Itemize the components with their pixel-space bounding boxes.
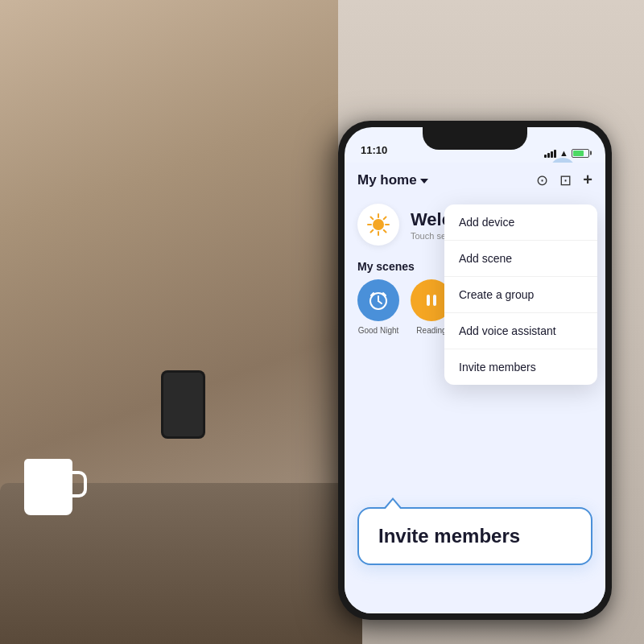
- signal-bar-2: [547, 153, 550, 158]
- dropdown-add-voice-assistant[interactable]: Add voice assistant: [444, 313, 597, 349]
- svg-line-8: [371, 230, 374, 233]
- app-content: My home ⊙ ⊡ +: [345, 163, 605, 613]
- svg-line-7: [384, 217, 386, 220]
- signal-bar-1: [544, 155, 547, 158]
- phone-mockup: 11:10 ▲ My home: [338, 121, 612, 620]
- svg-line-11: [378, 301, 382, 303]
- wifi-icon: ▲: [559, 148, 568, 158]
- camera-icon[interactable]: ⊙: [536, 171, 548, 189]
- good-night-label: Good Night: [358, 326, 399, 335]
- home-title: My home: [357, 172, 417, 188]
- signal-bar-3: [551, 151, 553, 158]
- callout-arrow: [383, 497, 402, 509]
- dropdown-create-group[interactable]: Create a group: [444, 277, 597, 313]
- add-icon[interactable]: +: [583, 171, 592, 189]
- battery-fill: [573, 151, 584, 156]
- reading-label: Reading: [416, 326, 446, 335]
- sun-icon-circle: [357, 204, 399, 246]
- svg-point-0: [373, 219, 384, 230]
- header-actions: ⊙ ⊡ +: [536, 171, 592, 189]
- svg-line-6: [384, 230, 386, 233]
- dropdown-add-device[interactable]: Add device: [444, 204, 597, 241]
- signal-icon: [544, 148, 556, 158]
- status-icons: ▲: [544, 148, 589, 158]
- battery-icon: [572, 149, 589, 158]
- dropdown-add-scene[interactable]: Add scene: [444, 241, 597, 277]
- phone-notch: [423, 127, 527, 150]
- home-selector[interactable]: My home: [357, 172, 428, 188]
- scene-item-good-night[interactable]: Good Night: [357, 279, 399, 335]
- invite-text: Invite members: [378, 525, 520, 547]
- dropdown-invite-members[interactable]: Invite members: [444, 349, 597, 385]
- alarm-clock-icon: [367, 289, 390, 312]
- sun-icon: [366, 213, 390, 237]
- dropdown-menu: Add device Add scene Create a group Add …: [444, 204, 597, 385]
- svg-rect-15: [433, 295, 436, 306]
- svg-rect-14: [427, 295, 430, 306]
- status-time: 11:10: [361, 144, 387, 158]
- phone-screen: 11:10 ▲ My home: [345, 127, 605, 613]
- signal-bar-4: [554, 150, 556, 158]
- share-icon[interactable]: ⊡: [559, 171, 572, 189]
- good-night-icon-circle: [357, 279, 399, 321]
- pause-icon: [420, 289, 443, 312]
- coffee-mug: [24, 459, 72, 515]
- chevron-down-icon: [420, 179, 428, 184]
- small-phone-held: [161, 370, 205, 439]
- invite-callout: Invite members: [357, 507, 592, 565]
- svg-line-5: [371, 217, 374, 220]
- small-phone-screen: [163, 373, 203, 436]
- app-header: My home ⊙ ⊡ +: [345, 163, 605, 196]
